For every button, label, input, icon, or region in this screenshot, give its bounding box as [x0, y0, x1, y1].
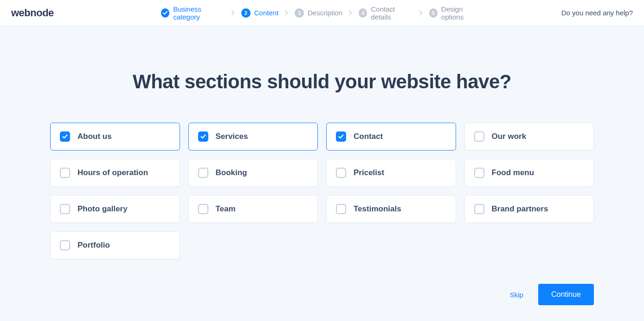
logo: webnode	[11, 7, 54, 19]
footer: Skip Continue	[510, 284, 594, 305]
section-label: Our work	[492, 132, 527, 141]
checkbox[interactable]	[198, 168, 208, 178]
checkbox[interactable]	[60, 168, 70, 178]
section-label: Brand partners	[492, 204, 548, 214]
section-card-testimonials[interactable]: Testimonials	[326, 195, 456, 223]
step-label: Contact details	[371, 5, 412, 21]
check-icon	[200, 134, 206, 139]
help-link[interactable]: Do you need any help?	[561, 9, 633, 17]
section-label: Contact	[354, 132, 383, 141]
section-card-services[interactable]: Services	[188, 123, 318, 151]
section-label: Food menu	[492, 168, 535, 177]
section-label: Team	[216, 204, 236, 214]
section-card-portfolio[interactable]: Portfolio	[50, 231, 180, 259]
check-icon	[163, 11, 167, 15]
section-label: Hours of operation	[77, 168, 148, 177]
section-label: Pricelist	[354, 168, 384, 177]
step-label: Content	[254, 9, 279, 17]
checkbox[interactable]	[198, 131, 208, 142]
checkbox[interactable]	[336, 131, 346, 142]
section-card-brand-partners[interactable]: Brand partners	[464, 195, 594, 223]
check-icon	[338, 134, 344, 139]
checkbox[interactable]	[336, 204, 346, 214]
step-3[interactable]: 3Description	[295, 8, 342, 18]
section-label: Photo gallery	[77, 204, 128, 214]
skip-button[interactable]: Skip	[510, 291, 523, 299]
checkbox[interactable]	[60, 131, 70, 142]
step-label: Business category	[173, 5, 225, 21]
checkbox[interactable]	[336, 168, 346, 178]
header: webnode Business category2Content3Descri…	[0, 0, 644, 26]
continue-button[interactable]: Continue	[538, 284, 594, 305]
checkbox[interactable]	[198, 204, 208, 214]
section-card-booking[interactable]: Booking	[188, 159, 318, 187]
step-1[interactable]: Business category	[161, 5, 225, 21]
step-label: Design options	[441, 5, 483, 21]
step-badge: 2	[241, 8, 251, 18]
checkbox[interactable]	[60, 204, 70, 214]
chevron-right-icon	[349, 9, 352, 17]
section-card-contact[interactable]: Contact	[326, 123, 456, 151]
chevron-right-icon	[232, 9, 235, 17]
section-label: About us	[77, 132, 112, 141]
section-label: Services	[216, 132, 248, 141]
chevron-right-icon	[419, 9, 423, 17]
section-card-pricelist[interactable]: Pricelist	[326, 159, 456, 187]
step-badge	[161, 8, 169, 18]
main-content: What sections should your website have? …	[0, 71, 644, 259]
section-card-about-us[interactable]: About us	[50, 123, 180, 151]
stepper: Business category2Content3Description4Co…	[161, 5, 483, 21]
section-card-food-menu[interactable]: Food menu	[464, 159, 594, 187]
checkbox[interactable]	[60, 240, 70, 250]
page-title: What sections should your website have?	[50, 71, 594, 93]
chevron-right-icon	[285, 9, 288, 17]
step-5[interactable]: 5Design options	[429, 5, 483, 21]
section-label: Testimonials	[354, 204, 401, 214]
section-card-hours-of-operation[interactable]: Hours of operation	[50, 159, 180, 187]
step-badge: 4	[359, 8, 367, 18]
step-2[interactable]: 2Content	[241, 8, 279, 18]
section-label: Booking	[216, 168, 247, 177]
section-card-photo-gallery[interactable]: Photo gallery	[50, 195, 180, 223]
checkbox[interactable]	[474, 168, 484, 178]
step-4[interactable]: 4Contact details	[359, 5, 412, 21]
checkbox[interactable]	[474, 204, 484, 214]
checkbox[interactable]	[474, 131, 484, 142]
section-card-team[interactable]: Team	[188, 195, 318, 223]
section-card-our-work[interactable]: Our work	[464, 123, 594, 151]
check-icon	[62, 134, 68, 139]
section-label: Portfolio	[77, 241, 110, 250]
step-badge: 5	[429, 8, 438, 18]
step-label: Description	[308, 9, 342, 17]
step-badge: 3	[295, 8, 304, 18]
section-grid: About usServicesContactOur workHours of …	[50, 123, 594, 259]
